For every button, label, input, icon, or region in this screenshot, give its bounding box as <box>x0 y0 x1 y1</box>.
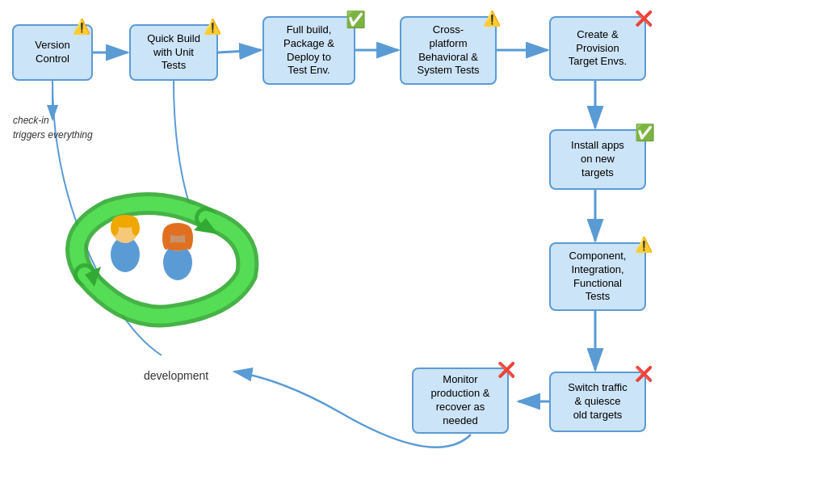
monitor-badge: ❌ <box>497 363 515 377</box>
create-provision-label: Create &ProvisionTarget Envs. <box>569 28 627 69</box>
quick-build-label: Quick Buildwith UnitTests <box>147 32 200 74</box>
switch-traffic-label: Switch traffic& quiesceold targets <box>568 381 627 422</box>
version-control-label: VersionControl <box>35 39 69 66</box>
svg-point-23 <box>165 242 191 250</box>
svg-line-3 <box>218 50 261 52</box>
diagram: VersionControl ⚠️ Quick Buildwith UnitTe… <box>0 0 827 504</box>
svg-point-17 <box>132 220 140 236</box>
switch-traffic-box: Switch traffic& quiesceold targets <box>549 372 646 432</box>
switch-traffic-badge: ❌ <box>635 367 653 381</box>
monitor-label: Monitorproduction &recover asneeded <box>431 373 490 428</box>
install-apps-label: Install appson newtargets <box>571 139 624 180</box>
full-build-badge: ✅ <box>346 11 366 27</box>
svg-point-16 <box>111 220 119 236</box>
full-build-label: Full build,Package &Deploy toTest Env. <box>283 23 334 78</box>
monitor-box: Monitorproduction &recover asneeded <box>412 368 509 434</box>
create-provision-badge: ❌ <box>635 11 653 26</box>
cross-platform-box: Cross-platformBehavioral &System Tests <box>400 16 497 85</box>
component-tests-badge: ⚠️ <box>635 237 653 252</box>
install-apps-badge: ✅ <box>635 124 655 141</box>
quick-build-badge: ⚠️ <box>204 19 221 34</box>
cross-platform-badge: ⚠️ <box>483 11 501 26</box>
full-build-box: Full build,Package &Deploy toTest Env. <box>262 16 355 85</box>
cross-platform-label: Cross-platformBehavioral &System Tests <box>417 23 479 78</box>
cycle-figure <box>44 129 271 355</box>
version-control-badge: ⚠️ <box>73 19 90 34</box>
install-apps-box: Install appson newtargets <box>549 129 646 190</box>
component-tests-box: Component,Integration,FunctionalTests <box>549 242 646 311</box>
development-label: development <box>144 369 208 382</box>
component-tests-label: Component,Integration,FunctionalTests <box>569 250 627 304</box>
create-provision-box: Create &ProvisionTarget Envs. <box>549 16 646 81</box>
